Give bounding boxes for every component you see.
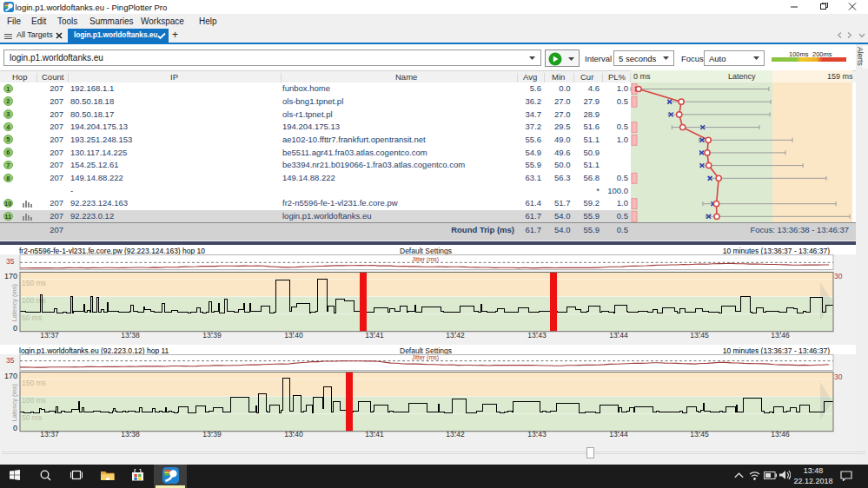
svg-text:Jitter (ms): Jitter (ms) (412, 256, 439, 263)
svg-text:100 ms: 100 ms (22, 396, 46, 405)
svg-text:Jitter (ms): Jitter (ms) (412, 354, 439, 361)
svg-text:50 ms: 50 ms (22, 413, 42, 422)
svg-text:150 ms: 150 ms (22, 379, 46, 387)
svg-text:150 ms: 150 ms (22, 279, 46, 287)
svg-text:50 ms: 50 ms (22, 313, 42, 322)
svg-text:100 ms: 100 ms (22, 296, 46, 305)
